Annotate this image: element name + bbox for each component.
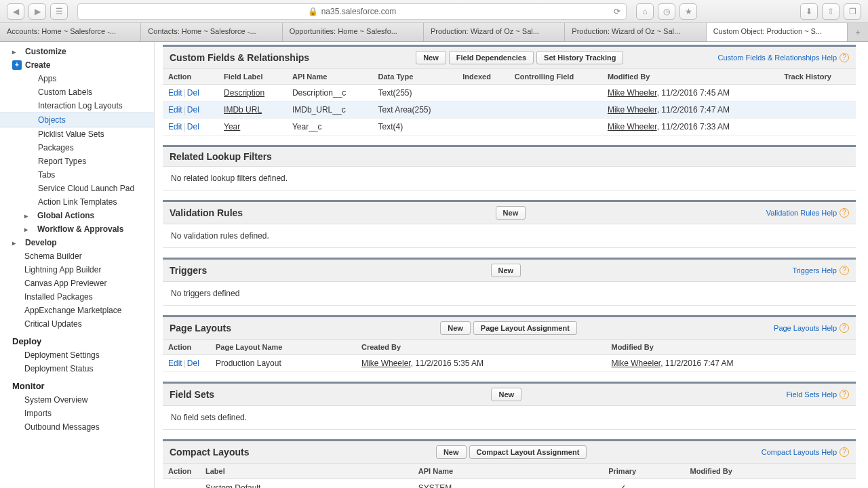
sidebar-item-objects[interactable]: Objects <box>0 113 154 127</box>
fieldsets-empty: No field sets defined. <box>163 406 856 430</box>
address-bar[interactable]: 🔒 na35.salesforce.com ⟳ <box>77 3 627 20</box>
edit-link[interactable]: Edit <box>168 88 182 98</box>
history-tracking-button[interactable]: Set History Tracking <box>536 51 623 64</box>
share-icon[interactable]: ⇧ <box>822 3 840 20</box>
del-link[interactable]: Del <box>187 88 199 98</box>
sidebar-item-installed[interactable]: Installed Packages <box>0 290 154 304</box>
forward-button[interactable]: ▶ <box>28 3 46 20</box>
data-type: Text(255) <box>373 85 458 102</box>
col-modified-by: Modified By <box>685 464 856 479</box>
sidebar-item-critical[interactable]: Critical Updates <box>0 317 154 331</box>
sidebar-item-picklist[interactable]: Picklist Value Sets <box>0 127 154 141</box>
tab-custom-object[interactable]: Custom Object: Production ~ S... <box>707 23 848 41</box>
field-label-link[interactable]: IMDb URL <box>224 105 262 115</box>
help-icon[interactable]: ? <box>840 208 849 218</box>
sidebar-item-schema[interactable]: Schema Builder <box>0 249 154 263</box>
sidebar-item-tabs[interactable]: Tabs <box>0 168 154 182</box>
del-link[interactable]: Del <box>187 359 199 368</box>
panel-custom-fields: Custom Fields & Relationships New Field … <box>163 45 856 136</box>
field-label-link[interactable]: Year <box>224 122 240 131</box>
new-compact-button[interactable]: New <box>436 445 467 459</box>
sidebar-toggle[interactable]: ☰ <box>50 3 68 20</box>
sidebar-item-lightning[interactable]: Lightning App Builder <box>0 263 154 277</box>
sidebar-item-deploy-settings[interactable]: Deployment Settings <box>0 348 154 362</box>
panel-title: Related Lookup Filters <box>170 151 272 162</box>
sidebar-workflow[interactable]: Workflow & Approvals <box>0 222 154 236</box>
help-icon[interactable]: ? <box>840 323 849 333</box>
help-icon[interactable]: ? <box>840 447 849 457</box>
field-dependencies-button[interactable]: Field Dependencies <box>449 51 534 64</box>
validation-help-link[interactable]: Validation Rules Help <box>766 209 837 217</box>
col-action: Action <box>163 340 210 355</box>
col-api: API Name <box>413 464 560 479</box>
reload-icon[interactable]: ⟳ <box>614 7 620 16</box>
field-label-link[interactable]: Description <box>224 88 264 98</box>
help-icon[interactable]: ? <box>840 266 849 275</box>
sidebar-item-custom-labels[interactable]: Custom Labels <box>0 85 154 99</box>
sidebar-global-actions[interactable]: Global Actions <box>0 209 154 222</box>
modified-by-link[interactable]: Mike Wheeler <box>608 88 657 98</box>
modified-by-link[interactable]: Mike Wheeler <box>608 105 657 115</box>
compact-help-link[interactable]: Compact Layouts Help <box>762 448 837 456</box>
new-trigger-button[interactable]: New <box>491 264 521 277</box>
sidebar-item-apps[interactable]: Apps <box>0 72 154 85</box>
panel-page-layouts: Page Layouts New Page Layout Assignment … <box>163 315 856 372</box>
tab-production-2[interactable]: Production: Wizard of Oz ~ Sal... <box>565 23 706 41</box>
layout-assignment-button[interactable]: Page Layout Assignment <box>473 321 577 335</box>
setup-sidebar: Customize +Create Apps Custom Labels Int… <box>0 42 155 488</box>
fieldsets-help-link[interactable]: Field Sets Help <box>786 390 837 399</box>
new-tab-button[interactable]: + <box>848 23 868 41</box>
new-layout-button[interactable]: New <box>440 321 471 335</box>
help-icon[interactable]: ? <box>840 390 849 399</box>
download-icon[interactable]: ⬇ <box>800 3 818 20</box>
sidebar-item-packages[interactable]: Packages <box>0 141 154 155</box>
sidebar-item-canvas[interactable]: Canvas App Previewer <box>0 277 154 290</box>
compact-assignment-button[interactable]: Compact Layout Assignment <box>469 445 587 459</box>
sidebar-create[interactable]: +Create <box>0 58 154 72</box>
help-icon[interactable]: ? <box>840 53 849 62</box>
sidebar-develop[interactable]: Develop <box>0 236 154 249</box>
tab-opportunities[interactable]: Opportunities: Home ~ Salesfo... <box>283 23 424 41</box>
modified-by-link[interactable]: Mike Wheeler <box>611 359 660 368</box>
history-icon[interactable]: ◷ <box>658 3 675 20</box>
back-button[interactable]: ◀ <box>7 3 24 20</box>
sidebar-item-imports[interactable]: Imports <box>0 407 154 420</box>
tabs-icon[interactable]: ❐ <box>844 3 861 20</box>
sidebar-item-service-cloud[interactable]: Service Cloud Launch Pad <box>0 182 154 195</box>
panel-triggers: Triggers New Triggers Help? No triggers … <box>163 258 856 306</box>
panel-title: Page Layouts <box>170 323 231 333</box>
new-validation-button[interactable]: New <box>496 206 526 220</box>
bookmark-icon[interactable]: ★ <box>679 3 697 20</box>
layouts-help-link[interactable]: Page Layouts Help <box>774 324 837 332</box>
new-field-button[interactable]: New <box>416 51 446 64</box>
sidebar-item-report-types[interactable]: Report Types <box>0 155 154 168</box>
edit-link[interactable]: Edit <box>168 359 182 368</box>
api-name: Year__c <box>287 119 373 136</box>
del-link[interactable]: Del <box>187 122 199 131</box>
created-by-link[interactable]: Mike Wheeler <box>361 359 411 368</box>
table-row: Edit|Del Year Year__c Text(4) Mike Wheel… <box>163 119 856 136</box>
sidebar-item-interaction-log[interactable]: Interaction Log Layouts <box>0 99 154 113</box>
fields-help-link[interactable]: Custom Fields & Relationships Help <box>718 54 837 62</box>
sidebar-customize[interactable]: Customize <box>0 45 154 58</box>
edit-link[interactable]: Edit <box>168 105 182 115</box>
home-icon[interactable]: ⌂ <box>636 3 654 20</box>
tab-accounts[interactable]: Accounts: Home ~ Salesforce -... <box>0 23 141 41</box>
sidebar-item-action-templates[interactable]: Action Link Templates <box>0 195 154 209</box>
tab-production-1[interactable]: Production: Wizard of Oz ~ Sal... <box>424 23 565 41</box>
sidebar-item-system-overview[interactable]: System Overview <box>0 393 154 407</box>
del-link[interactable]: Del <box>187 105 199 115</box>
col-modified: Modified By <box>602 69 778 85</box>
new-fieldset-button[interactable]: New <box>491 388 521 401</box>
api-name: Description__c <box>287 85 373 102</box>
col-action: Action <box>163 464 200 479</box>
modified-by-link[interactable]: Mike Wheeler <box>608 122 657 131</box>
compact-label-link[interactable]: System Default <box>205 483 260 488</box>
triggers-help-link[interactable]: Triggers Help <box>792 266 837 274</box>
sidebar-item-outbound[interactable]: Outbound Messages <box>0 420 154 434</box>
tab-contacts[interactable]: Contacts: Home ~ Salesforce -... <box>141 23 282 41</box>
edit-link[interactable]: Edit <box>168 122 182 131</box>
sidebar-item-deploy-status[interactable]: Deployment Status <box>0 362 154 375</box>
sidebar-item-appexchange[interactable]: AppExchange Marketplace <box>0 304 154 317</box>
panel-title: Field Sets <box>170 389 214 400</box>
